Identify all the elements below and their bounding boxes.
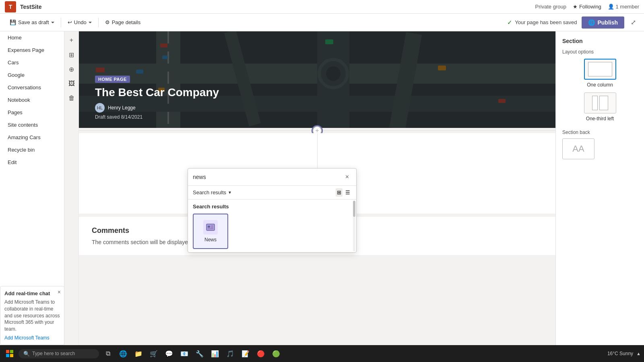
webpart-picker: × Search results ▼ ⊞ ☰ Search results — [188, 168, 357, 253]
toolbar-left: 💾 Save as draft ↩ Undo ⚙ Page details — [6, 17, 144, 27]
taskbar-app-9[interactable]: 📝 — [239, 347, 252, 360]
action-image[interactable]: 🖼 — [66, 78, 77, 89]
svg-rect-25 — [211, 226, 213, 226]
save-as-draft-button[interactable]: 💾 Save as draft — [6, 17, 58, 27]
left-action-bar: + ⊞ ⊕ 🖼 🗑 — [64, 31, 79, 362]
page-details-button[interactable]: ⚙ Page details — [102, 17, 144, 27]
taskbar-app-7[interactable]: 📊 — [208, 347, 221, 360]
taskbar-mail[interactable]: 📧 — [178, 347, 191, 360]
sidebar-item-conversations[interactable]: Conversations — [0, 81, 64, 94]
taskbar-teams[interactable]: 💬 — [163, 347, 175, 360]
taskbar-right: 16°C Sunny ▲ — [607, 351, 641, 356]
top-bar-right: Private group ★ Following 👤 1 member — [535, 4, 639, 10]
sidebar-item-home[interactable]: Home — [0, 31, 64, 44]
taskbar-search-placeholder: Type here to search — [32, 351, 75, 356]
person-icon: 👤 — [608, 4, 614, 10]
page-editor: HOME PAGE The Best Car Company HL Henry … — [79, 31, 555, 362]
layout-options: One column One-third left — [562, 59, 638, 121]
sidebar-item-notebook[interactable]: Notebook — [0, 94, 64, 106]
picker-item-news[interactable]: News — [193, 214, 228, 249]
layout-preview-third-left — [584, 93, 616, 113]
svg-rect-24 — [208, 226, 210, 228]
taskbar-edge[interactable]: 🌐 — [117, 347, 130, 360]
taskbar-task-view[interactable]: ⧉ — [101, 347, 114, 360]
sidebar-item-amazing-cars[interactable]: Amazing Cars — [0, 131, 64, 144]
undo-button[interactable]: ↩ Undo — [64, 17, 95, 27]
top-bar: T TestSite Private group ★ Following 👤 1… — [0, 0, 644, 14]
col-wide — [599, 96, 608, 110]
filter-caret-icon: ▼ — [228, 190, 232, 195]
layout-two-col — [592, 96, 608, 110]
chat-link[interactable]: Add Microsoft Teams — [4, 335, 50, 341]
taskbar-app-8[interactable]: 🎵 — [224, 347, 237, 360]
sidebar-item-expenses[interactable]: Expenses Page — [0, 44, 64, 56]
chat-panel: × Add real-time chat Add Microsoft Teams… — [0, 286, 64, 345]
hero-content: HOME PAGE The Best Car Company HL Henry … — [95, 75, 219, 120]
picker-close-button[interactable]: × — [343, 173, 351, 181]
action-delete[interactable]: 🗑 — [66, 93, 77, 104]
publish-icon: 🌐 — [588, 19, 595, 26]
picker-filter-row: Search results ▼ ⊞ ☰ — [188, 186, 356, 200]
svg-rect-30 — [6, 354, 9, 357]
svg-rect-26 — [211, 227, 213, 228]
picker-search-area: × — [188, 169, 356, 186]
following-label[interactable]: ★ Following — [573, 4, 601, 10]
picker-items-grid: News — [193, 214, 351, 249]
list-view-button[interactable]: ☰ — [344, 188, 351, 197]
taskbar-app-10[interactable]: 🔴 — [254, 347, 267, 360]
publish-button[interactable]: 🌐 Publish — [582, 16, 624, 29]
svg-rect-27 — [208, 228, 213, 229]
taskbar-app-11[interactable]: 🟢 — [270, 347, 283, 360]
sidebar-item-google[interactable]: Google — [0, 69, 64, 81]
picker-scrollbar[interactable] — [353, 201, 355, 251]
sidebar-item-site-contents[interactable]: Site contents — [0, 119, 64, 131]
sidebar-item-pages[interactable]: Pages — [0, 106, 64, 119]
layout-option-third-left[interactable]: One-third left — [562, 93, 638, 121]
action-move[interactable]: ⊕ — [66, 64, 77, 75]
news-icon — [203, 220, 218, 234]
action-add-section[interactable]: + — [66, 35, 77, 46]
picker-search-input[interactable] — [193, 174, 343, 180]
taskbar-app-6[interactable]: 🔧 — [193, 347, 206, 360]
panel-title: Section — [562, 38, 638, 44]
undo-icon: ↩ — [68, 19, 72, 25]
layout-option-one-column[interactable]: One column — [562, 59, 638, 88]
sidebar-item-edit[interactable]: Edit — [0, 156, 64, 169]
undo-caret — [89, 22, 92, 23]
chat-body: Add Microsoft Teams to collaborate in re… — [4, 299, 60, 333]
windows-logo-icon — [6, 350, 13, 357]
grid-view-button[interactable]: ⊞ — [336, 188, 343, 197]
filter-search-results-label[interactable]: Search results ▼ — [193, 189, 232, 195]
search-icon: 🔍 — [23, 351, 30, 357]
layout-preview-inner — [588, 62, 612, 76]
expand-button[interactable]: ⤢ — [629, 17, 638, 28]
hero-title: The Best Car Company — [95, 86, 219, 99]
svg-rect-31 — [10, 354, 13, 357]
sidebar-item-recycle-bin[interactable]: Recycle bin — [0, 144, 64, 156]
sidebar-item-cars[interactable]: Cars — [0, 56, 64, 69]
taskbar-file-explorer[interactable]: 📁 — [132, 347, 145, 360]
site-name: TestSite — [20, 4, 41, 10]
add-section-line-right — [396, 130, 555, 131]
start-button[interactable] — [3, 347, 16, 360]
taskbar-search-bar[interactable]: 🔍 Type here to search — [19, 349, 99, 358]
picker-item-news-label: News — [204, 237, 217, 243]
taskbar-store[interactable]: 🛒 — [147, 347, 160, 360]
hero-draft-saved: Draft saved 8/14/2021 — [95, 114, 219, 120]
action-web-parts[interactable]: ⊞ — [66, 49, 77, 60]
hero-author: HL Henry Legge — [95, 103, 219, 113]
private-group-label: Private group — [535, 4, 566, 10]
add-section-row-top: + + — [79, 128, 555, 133]
svg-rect-29 — [10, 350, 13, 353]
picker-scrollbar-thumb — [353, 201, 355, 217]
layout-third-left-label: One-third left — [586, 116, 614, 121]
picker-section-label: Search results — [193, 203, 351, 210]
section-bg-preview[interactable]: AA — [562, 138, 594, 159]
svg-rect-28 — [6, 350, 9, 353]
save-icon: 💾 — [10, 19, 16, 25]
page-details-icon: ⚙ — [105, 19, 110, 25]
taskbar-weather: 16°C Sunny — [607, 351, 633, 356]
bg-text: AA — [572, 144, 584, 154]
chat-close-button[interactable]: × — [58, 289, 61, 295]
save-draft-caret — [51, 22, 54, 23]
